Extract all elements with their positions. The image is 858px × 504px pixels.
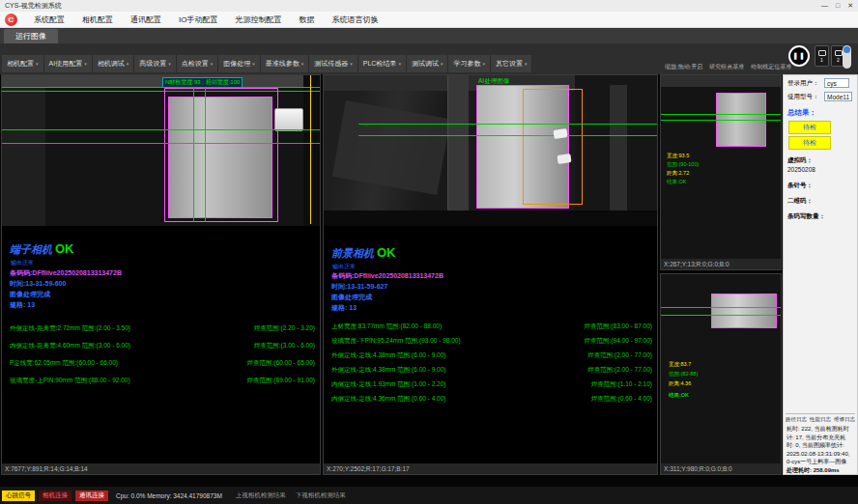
small-camera-image-bottom[interactable]: 宽度:83.7 范围:(82-88) 距离:4.36 结果:OK xyxy=(661,274,781,465)
camera-subtitle: 输出正常 xyxy=(332,263,356,271)
toggle-knob-icon xyxy=(844,46,850,53)
connector-part xyxy=(274,108,303,131)
mini-annotation: 距离:2.72 xyxy=(667,170,689,178)
measure-line xyxy=(661,315,781,316)
barcode-text: 条码码:DFfliive2025020813313472B xyxy=(10,268,122,278)
barcode-count-label: 条码写数量： xyxy=(787,212,825,221)
tab-ai-config[interactable]: AI使用配置 xyxy=(44,55,93,72)
tab-spot-check[interactable]: 点检设置 xyxy=(177,55,219,72)
measurement-row: 玻璃宽度-上PIN:90mm 范围:(88.00 - 92.00) 焊查范围:(… xyxy=(10,377,315,385)
measure-line xyxy=(661,307,781,308)
measure-line xyxy=(2,143,320,144)
camera-2-label: 2 xyxy=(837,57,840,63)
user-label: 登录用户： xyxy=(787,79,819,88)
small-camera-panel-bottom: 宽度:83.7 范围:(82-88) 距离:4.36 结果:OK X:311;Y… xyxy=(660,273,782,475)
titlebar: CYS-视觉检测系统 — □ ✕ xyxy=(0,0,858,12)
pixel-coords-readout: X:270;Y:2502;R:17;G:17;B:17 xyxy=(324,463,657,474)
machine-structure xyxy=(2,88,45,226)
measurement-range: 焊查范围:(2.00 - 77.00) xyxy=(587,366,652,375)
tab-plc-result[interactable]: PLC检结果 xyxy=(358,55,407,72)
maximize-icon[interactable]: □ xyxy=(836,2,840,10)
model-value: Mode11 xyxy=(824,92,852,101)
process-status-text: 图像处理完成 xyxy=(331,293,372,302)
measurement-value: 内侧定线-定线:4.36mm 范围:(0.60 - 4.00) xyxy=(331,395,445,404)
zoom-hint-row: 缩放;拖动:开启 研究组点基准 绘制线定位基准 xyxy=(665,63,791,71)
pause-button[interactable]: ❚❚ xyxy=(788,45,810,67)
menu-light-control-config[interactable]: 光源控制配置 xyxy=(226,12,290,27)
hint-zoom-drag: 缩放;拖动:开启 xyxy=(665,63,702,71)
camera-image-terminal[interactable]: N材检宽度:93 ; 相邻宽度:100 xyxy=(2,75,320,226)
tab-camera-config[interactable]: 相机配置 xyxy=(2,55,44,72)
measurement-range: 焊查范围:(3.00 - 6.00) xyxy=(254,342,315,350)
process-status-text: 图像处理完成 xyxy=(10,290,50,299)
menu-data[interactable]: 数据 xyxy=(290,12,323,27)
qr-code-label: 二维码： xyxy=(787,197,813,206)
total-result-label: 总结果： xyxy=(787,108,816,118)
comm-link-badge: 通讯连接 xyxy=(75,490,108,501)
measurement-range: 焊查范围:(60.00 - 65.00) xyxy=(247,359,315,368)
tab-camera-debug[interactable]: 相机调试 xyxy=(93,55,135,72)
tab-other-settings[interactable]: 其它设置 xyxy=(491,55,533,72)
camera-result-title: 端子相机OK xyxy=(10,241,74,257)
pixel-coords-readout: X:7677;Y:891;R:14;G:14;B:14 xyxy=(2,463,320,474)
solder-spot xyxy=(553,128,567,139)
measure-line xyxy=(358,135,657,136)
measurement-value: 内侧定线-距离宽:4.60mm 范围:(3.00 - 6.00) xyxy=(10,342,130,350)
menu-comm-config[interactable]: 通讯配置 xyxy=(122,12,170,27)
window-controls: — □ ✕ xyxy=(821,2,853,10)
model-label: 使用型号： xyxy=(787,93,819,101)
camera-panel-front: AI处理图像 前景相机OK 输出正常 条码码:DFfliive202502081… xyxy=(323,74,658,475)
tab-run-image[interactable]: 运行图像 xyxy=(4,29,58,43)
tab-path-log[interactable]: 路径日志 xyxy=(786,416,807,423)
machine-structure xyxy=(610,85,627,220)
measurement-row: 内侧定线-定线:1.93mm 范围:(1.00 - 2.20) 焊查范围:(1.… xyxy=(331,380,652,389)
mini-annotation: 距离:4.36 xyxy=(669,380,691,388)
measurement-value: 上材宽度:83.77mm 范围:(82.00 - 88.00) xyxy=(331,322,442,331)
measurement-value: 外侧定线-距离宽:2.72mm 范围:(2.00 - 3.50) xyxy=(10,324,130,333)
hint-point-baseline: 研究组点基准 xyxy=(709,63,744,71)
measurement-row: P定线宽:62.05mm 范围:(60.00 - 66.00) 焊查范围:(60… xyxy=(10,359,315,368)
machine-structure xyxy=(324,210,657,226)
result-status-box: 待检 xyxy=(788,136,831,150)
main-area: N材检宽度:93 ; 相邻宽度:100 端子相机OK 输出正常 条码码:DFfl… xyxy=(0,74,858,475)
tab-image-processing[interactable]: 图像处理 xyxy=(218,55,261,72)
minimize-icon[interactable]: — xyxy=(821,2,828,10)
menu-io-manual-config[interactable]: IO手动配置 xyxy=(170,12,226,27)
heartbeat-badge: 心跳信号 xyxy=(2,490,35,501)
mini-annotation: 结果:OK xyxy=(669,392,689,400)
camera-image-front[interactable]: AI处理图像 xyxy=(324,75,657,226)
camera-1-button[interactable]: 1 xyxy=(815,45,829,67)
ai-overlay-label: AI处理图像 xyxy=(478,77,509,86)
measure-line xyxy=(661,114,781,115)
status-bar: 心跳信号 相机连接 通讯连接 Cpu: 0.0% Memory: 3424.41… xyxy=(0,487,858,504)
small-camera-image-top[interactable]: 宽度:93.5 范围:(90-100) 距离:2.72 结果:OK xyxy=(661,75,781,261)
tab-test-debug[interactable]: 测试调试 xyxy=(407,55,449,72)
spec-text: 规格: 13 xyxy=(331,303,357,313)
tab-learning-params[interactable]: 学习参数 xyxy=(448,55,491,72)
product-block xyxy=(711,294,777,328)
stats-line: 处理耗时: 258.09ms xyxy=(786,466,855,475)
tab-advanced-settings[interactable]: 高级设置 xyxy=(134,55,177,72)
menubar: C 系统配置 相机配置 通讯配置 IO手动配置 光源控制配置 数据 系统语言切换 xyxy=(0,12,858,28)
machine-structure xyxy=(447,75,469,226)
mini-annotation: 宽度:93.5 xyxy=(667,153,689,160)
close-icon[interactable]: ✕ xyxy=(847,2,853,10)
menu-system-config[interactable]: 系统配置 xyxy=(25,12,73,27)
tab-maint-log[interactable]: 维修日志 xyxy=(834,416,855,423)
tab-baseline-params[interactable]: 基准线参数 xyxy=(261,55,310,72)
tab-perf-log[interactable]: 性能日志 xyxy=(810,416,831,423)
stats-line: 2025.02.08-13:31:09:40, xyxy=(786,450,855,459)
measurement-range: 焊查范围:(89.00 - 91.00) xyxy=(247,377,315,385)
measure-line xyxy=(193,88,194,222)
toggle-switch[interactable] xyxy=(843,45,851,69)
measurement-overlay-label: N材检宽度:93 ; 相邻宽度:100 xyxy=(162,77,243,88)
pin-number-label: 条针号： xyxy=(787,182,813,190)
menu-language-switch[interactable]: 系统语言切换 xyxy=(323,12,386,27)
camera-name-label: 端子相机 xyxy=(10,243,52,255)
measurement-range: 焊查范围:(2.00 - 77.00) xyxy=(587,351,652,360)
app-window: CYS-视觉检测系统 — □ ✕ C 系统配置 相机配置 通讯配置 IO手动配置… xyxy=(0,0,858,504)
tab-test-sensor[interactable]: 测试传感器 xyxy=(309,55,358,72)
measurement-value: 外侧定线-定线:4.38mm 范围:(6.00 - 9.00) xyxy=(331,366,445,375)
menu-camera-config[interactable]: 相机配置 xyxy=(73,12,122,27)
camera-name-label: 前景相机 xyxy=(331,247,374,259)
